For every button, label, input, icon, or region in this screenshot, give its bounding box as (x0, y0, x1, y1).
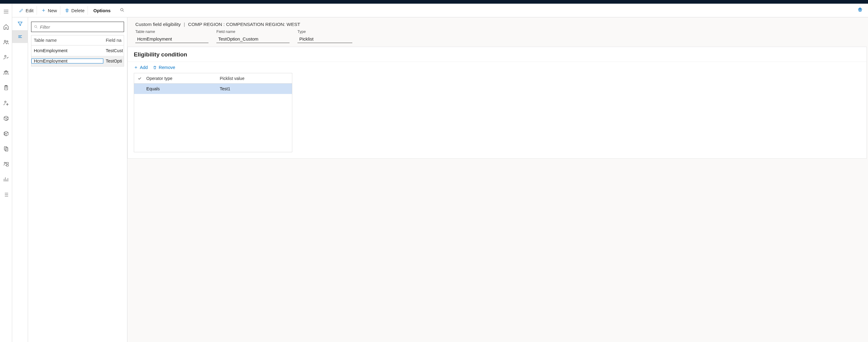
svg-point-4 (7, 71, 8, 72)
box-arrow2-icon[interactable] (1, 129, 11, 139)
type-field[interactable] (298, 35, 352, 43)
box-arrow-icon[interactable] (1, 113, 11, 123)
nav-rail (0, 4, 12, 342)
svg-point-8 (5, 101, 6, 103)
filter-box[interactable] (31, 22, 124, 32)
lines-icon[interactable] (12, 30, 28, 43)
clipboard-icon[interactable] (1, 83, 11, 93)
home-icon[interactable] (1, 22, 11, 32)
svg-point-3 (4, 71, 5, 72)
hamburger-icon[interactable] (1, 7, 11, 17)
person-hand-icon[interactable] (1, 53, 11, 62)
svg-point-5 (5, 70, 6, 72)
list-pane: Table name Field na HcmEmployment TestCu… (28, 18, 127, 342)
remove-button[interactable]: Remove (153, 65, 175, 70)
crumb-sep: | (184, 22, 185, 27)
svg-rect-14 (6, 165, 8, 166)
new-button[interactable]: New (38, 6, 60, 15)
search-icon (34, 25, 38, 29)
docs-icon[interactable] (1, 144, 11, 154)
row-table-cell: HcmEmployment (31, 48, 103, 53)
new-label: New (48, 8, 57, 13)
search-button[interactable] (118, 6, 126, 15)
gem-icon[interactable] (856, 6, 864, 15)
filter-rail (12, 18, 28, 342)
row-field-cell: TestCust (103, 48, 124, 53)
funnel-icon[interactable] (12, 18, 28, 30)
crumb-current: COMP REGION : COMPENSATION REGION: WEST (188, 22, 300, 27)
edit-button[interactable]: Edit (16, 6, 37, 15)
options-label: Options (93, 8, 111, 13)
condition-header-row: Operator type Picklist value (134, 73, 292, 84)
breadcrumb: Custom field eligibility | COMP REGION :… (135, 22, 860, 27)
edit-label: Edit (26, 8, 33, 13)
condition-row[interactable]: Equals Test1 (134, 84, 292, 94)
list-icon[interactable] (1, 190, 11, 200)
field-name-label: Field name (216, 30, 289, 34)
table-row[interactable]: HcmEmployment TestOpti (31, 56, 124, 66)
table-name-label: Table name (135, 30, 209, 34)
svg-rect-11 (5, 148, 8, 151)
check-all-icon[interactable] (134, 76, 145, 81)
list-grid: Table name Field na HcmEmployment TestCu… (31, 35, 124, 66)
svg-point-16 (34, 25, 37, 27)
delete-button[interactable]: Delete (62, 6, 88, 15)
add-label: Add (140, 65, 148, 70)
remove-label: Remove (159, 65, 175, 70)
svg-point-12 (4, 162, 5, 164)
grid-header-field[interactable]: Field na (103, 35, 124, 45)
table-name-field[interactable] (135, 35, 209, 43)
svg-point-15 (121, 8, 123, 11)
team-icon[interactable] (1, 68, 11, 78)
field-name-field[interactable] (216, 35, 289, 43)
grid-header-row: Table name Field na (31, 35, 124, 46)
table-row[interactable]: HcmEmployment TestCust (31, 46, 124, 56)
cond-header-operator[interactable]: Operator type (145, 76, 219, 81)
eligibility-section: Eligibility condition Add Remove (127, 47, 867, 159)
filter-input[interactable] (40, 24, 121, 30)
splitter-handle[interactable] (126, 175, 128, 184)
app-topbar (0, 0, 868, 4)
row-field-cell: TestOpti (103, 59, 124, 63)
person-gear-icon[interactable] (1, 98, 11, 108)
cond-value-cell: Test1 (219, 86, 292, 91)
command-bar: Edit New Delete Options (12, 4, 868, 18)
section-title: Eligibility condition (128, 47, 866, 62)
people-icon[interactable] (1, 37, 11, 47)
row-table-cell: HcmEmployment (31, 59, 103, 63)
svg-point-0 (4, 40, 6, 42)
crumb-root: Custom field eligibility (135, 22, 181, 27)
cond-operator-cell: Equals (145, 86, 219, 91)
cond-header-value[interactable]: Picklist value (219, 76, 292, 81)
bar-chart-icon[interactable] (1, 174, 11, 184)
svg-point-2 (5, 55, 6, 57)
grid-header-table[interactable]: Table name (31, 35, 103, 45)
svg-rect-13 (6, 162, 8, 164)
condition-grid: Operator type Picklist value Equals Test… (134, 73, 292, 152)
add-button[interactable]: Add (134, 65, 148, 70)
svg-point-1 (7, 40, 8, 42)
type-label: Type (298, 30, 352, 34)
org-icon[interactable] (1, 159, 11, 169)
options-button[interactable]: Options (89, 6, 115, 15)
delete-label: Delete (71, 8, 85, 13)
detail-pane: Custom field eligibility | COMP REGION :… (127, 18, 868, 342)
svg-rect-10 (4, 147, 7, 150)
